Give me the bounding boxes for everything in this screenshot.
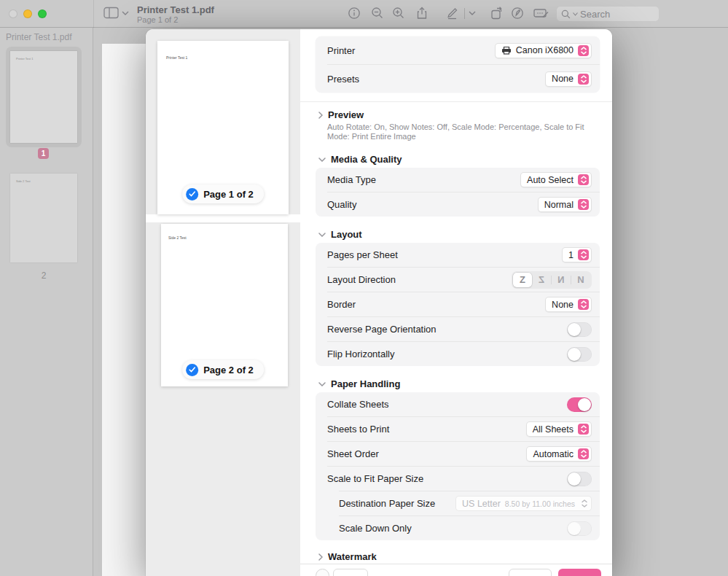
section-watermark-title: Watermark	[328, 551, 377, 562]
thumbnail-sidebar: Printer Test 1.pdf Printer Test 1 1 Side…	[0, 28, 93, 576]
quality-row: Quality Normal	[316, 192, 600, 217]
print-dialog: Printer Test 1 Page 1 of 2 Side 2 Test P…	[146, 29, 612, 576]
sheet-order-row: Sheet Order Automatic	[316, 442, 600, 466]
section-paper-handling-title: Paper Handling	[331, 378, 400, 389]
info-icon[interactable]	[348, 7, 361, 20]
page-2-thumbnail-text: Side 2 Test	[16, 179, 31, 183]
sidebar-filename: Printer Test 1.pdf	[6, 32, 90, 42]
reverse-page-orientation-label: Reverse Page Orientation	[327, 324, 437, 335]
media-type-popup[interactable]: Auto Select	[520, 172, 592, 187]
pdf-menu-button[interactable]	[333, 569, 368, 576]
markup-pencil-icon[interactable]	[445, 7, 459, 20]
pages-per-sheet-popup[interactable]: 1	[562, 247, 592, 262]
share-icon[interactable]	[415, 7, 428, 20]
preview-summary: Auto Rotate: On, Show Notes: Off, Scale …	[327, 122, 600, 141]
sidebar-toggle-button[interactable]	[103, 7, 129, 19]
stepper-icon	[578, 174, 589, 185]
quality-value: Normal	[544, 200, 574, 210]
section-paper-handling[interactable]: Paper Handling	[318, 378, 600, 389]
collate-sheets-label: Collate Sheets	[327, 399, 389, 410]
page-1-badge: 1	[38, 148, 49, 159]
scale-to-fit-toggle[interactable]	[567, 472, 592, 486]
media-type-row: Media Type Auto Select	[316, 168, 600, 192]
scale-to-fit-row: Scale to Fit Paper Size	[316, 467, 600, 491]
section-media-quality-title: Media & Quality	[331, 154, 402, 165]
layout-direction-label: Layout Direction	[327, 274, 396, 285]
layout-group: Pages per Sheet 1 Layout Direction Z Z N	[316, 243, 600, 366]
section-preview[interactable]: Preview	[318, 109, 600, 120]
media-quality-group: Media Type Auto Select Quality Normal	[316, 168, 600, 217]
flip-horizontally-toggle[interactable]	[567, 347, 592, 362]
page-1-thumbnail-text: Printer Test 1	[16, 57, 34, 61]
border-popup[interactable]: None	[545, 297, 592, 312]
section-watermark[interactable]: Watermark	[318, 551, 600, 562]
text-annotation-icon[interactable]	[533, 7, 549, 20]
printer-presets-card: Printer Canon iX6800 Presets	[300, 29, 612, 102]
zoom-in-icon[interactable]	[392, 7, 405, 20]
section-media-quality[interactable]: Media & Quality	[318, 154, 600, 165]
layout-direction-n-reverse-button[interactable]: N	[552, 273, 571, 287]
border-value: None	[552, 300, 574, 310]
printer-popup[interactable]: Canon iX6800	[495, 43, 592, 58]
collate-sheets-toggle[interactable]	[567, 397, 592, 412]
sheet-order-label: Sheet Order	[327, 448, 379, 459]
sheets-to-print-row: Sheets to Print All Sheets	[316, 417, 600, 441]
destination-paper-size-popup: US Letter 8.50 by 11.00 inches	[455, 496, 592, 511]
zoom-out-icon[interactable]	[371, 7, 384, 20]
paper-handling-group: Collate Sheets Sheets to Print All Sheet…	[316, 392, 600, 540]
media-type-value: Auto Select	[527, 175, 574, 185]
border-label: Border	[327, 299, 356, 310]
preview-page-2-badge: Page 2 of 2	[182, 360, 264, 379]
document-page-background	[102, 44, 146, 576]
zoom-button[interactable]	[38, 9, 47, 18]
close-button[interactable]	[9, 9, 17, 18]
print-button[interactable]	[558, 569, 601, 576]
reverse-page-orientation-toggle[interactable]	[567, 322, 592, 337]
print-preview-pane[interactable]: Printer Test 1 Page 1 of 2 Side 2 Test P…	[146, 29, 300, 576]
stepper-icon	[578, 424, 589, 435]
help-button[interactable]	[316, 569, 329, 576]
check-circle-icon	[186, 364, 198, 376]
chevron-down-icon	[318, 382, 326, 386]
layout-direction-row: Layout Direction Z Z N N	[316, 268, 600, 292]
markup-chevron-icon[interactable]	[469, 11, 476, 15]
chevron-down-icon	[122, 11, 129, 15]
toggle-knob	[568, 348, 581, 361]
cancel-button[interactable]	[509, 569, 552, 576]
page-2-thumbnail[interactable]: Side 2 Test	[10, 174, 77, 262]
destination-paper-size-value: US Letter	[462, 499, 501, 509]
dialog-footer	[300, 564, 612, 576]
page-2-number: 2	[10, 271, 77, 281]
stepper-disabled-icon	[579, 499, 589, 507]
search-field[interactable]	[556, 6, 659, 22]
sheet-order-popup[interactable]: Automatic	[526, 446, 592, 462]
search-chevron-icon	[573, 12, 578, 16]
flip-horizontally-row: Flip Horizontally	[316, 342, 600, 366]
toolbar-divider	[464, 8, 465, 19]
stepper-icon	[578, 45, 589, 56]
layout-direction-n-button[interactable]: N	[571, 273, 590, 287]
toggle-knob	[568, 522, 581, 535]
preview-page-2-text: Side 2 Test	[168, 236, 187, 240]
sheets-to-print-popup[interactable]: All Sheets	[526, 421, 592, 437]
quality-popup[interactable]: Normal	[538, 197, 592, 212]
presets-label: Presets	[327, 74, 359, 85]
scale-to-fit-label: Scale to Fit Paper Size	[327, 473, 423, 484]
rotate-icon[interactable]	[490, 7, 504, 20]
printer-row: Printer Canon iX6800	[316, 36, 600, 64]
page-1-thumbnail[interactable]: Printer Test 1	[10, 51, 77, 143]
highlight-icon[interactable]	[511, 7, 524, 20]
layout-direction-z-reverse-button[interactable]: Z	[532, 273, 551, 287]
quality-label: Quality	[327, 199, 356, 210]
chevron-right-icon	[318, 112, 323, 119]
section-layout[interactable]: Layout	[318, 229, 600, 240]
scale-down-only-toggle	[567, 521, 592, 536]
presets-popup[interactable]: None	[545, 71, 592, 87]
search-input[interactable]	[580, 9, 646, 20]
destination-paper-size-detail: 8.50 by 11.00 inches	[505, 499, 575, 508]
presets-row: Presets None	[316, 65, 600, 93]
minimize-button[interactable]	[23, 9, 32, 18]
printer-label: Printer	[327, 45, 355, 56]
layout-direction-z-button[interactable]: Z	[513, 273, 532, 287]
section-preview-title: Preview	[328, 109, 364, 120]
